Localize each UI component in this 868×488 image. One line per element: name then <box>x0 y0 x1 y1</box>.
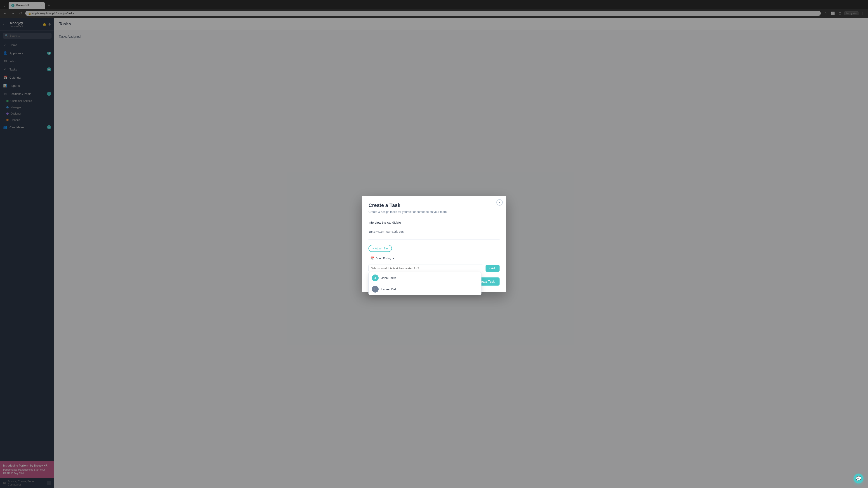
chat-icon: 💬 <box>856 476 862 481</box>
due-date-row: 📅 Due: Friday ▾ <box>368 256 500 261</box>
add-assignee-button[interactable]: + Add <box>486 265 500 272</box>
chat-bubble-button[interactable]: 💬 <box>854 474 864 484</box>
assignee-john-smith[interactable]: J John Smith <box>369 272 481 284</box>
avatar: L <box>372 286 379 293</box>
assign-input[interactable] <box>368 265 483 272</box>
due-label: Due: <box>375 257 381 260</box>
assign-row: + Add J John Smith L Lauren Deli <box>368 265 500 272</box>
attach-file-button[interactable]: + Attach file <box>368 245 392 252</box>
assignee-name: Lauren Deli <box>381 288 397 291</box>
modal-close-button[interactable]: × <box>496 199 503 205</box>
modal-subtitle: Create & assign tasks for yourself or so… <box>368 210 500 214</box>
task-description-input[interactable] <box>368 228 500 239</box>
modal-title: Create a Task <box>368 202 500 208</box>
create-task-modal: Create a Task Create & assign tasks for … <box>362 196 506 292</box>
assignee-dropdown: J John Smith L Lauren Deli <box>368 272 482 295</box>
due-value: Friday <box>383 257 391 260</box>
close-icon: × <box>499 201 500 204</box>
task-title-input[interactable] <box>368 219 500 226</box>
chevron-down-icon: ▾ <box>393 257 394 260</box>
modal-overlay: Create a Task Create & assign tasks for … <box>0 0 868 488</box>
assignee-lauren-deli[interactable]: L Lauren Deli <box>369 284 481 295</box>
due-date-button[interactable]: 📅 Due: Friday ▾ <box>368 256 396 261</box>
avatar: J <box>372 274 379 281</box>
calendar-icon: 📅 <box>370 256 374 260</box>
assignee-name: John Smith <box>381 276 396 280</box>
